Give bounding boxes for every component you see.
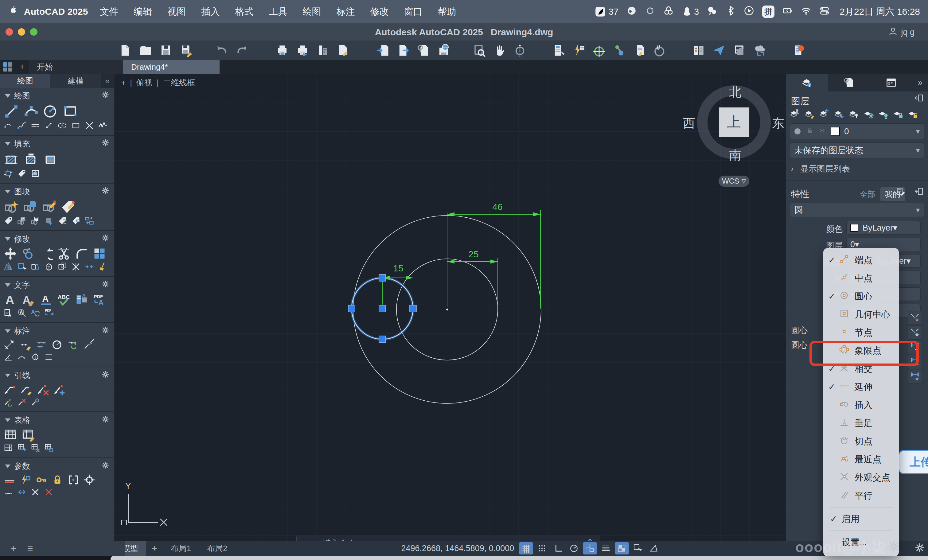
osnap-item-端点[interactable]: ✓端点 (823, 251, 899, 269)
a-sync-tool[interactable]: A (31, 308, 40, 317)
menu-4[interactable]: 格式 (235, 6, 253, 18)
undo-button[interactable] (215, 43, 229, 57)
table-edit-tool[interactable] (21, 428, 35, 441)
layer-brush-button[interactable] (804, 108, 815, 121)
multiline-tool[interactable] (31, 121, 40, 130)
bluetooth-status[interactable] (725, 6, 736, 18)
count-button[interactable] (612, 43, 626, 57)
layer-freeze-button[interactable] (863, 108, 874, 121)
menu-5[interactable]: 工具 (269, 6, 287, 18)
upload-button[interactable]: 上传 (898, 450, 928, 474)
leader-x-tool[interactable] (17, 397, 26, 406)
osnap-item-切点[interactable]: 切点 (823, 432, 899, 450)
osnap-toggle[interactable] (583, 542, 597, 554)
tool-list-icon[interactable]: ≡ (27, 543, 33, 554)
osnap-item-外观交点[interactable]: 外观交点 (823, 468, 899, 487)
spline-tool[interactable] (17, 121, 26, 130)
line-tool[interactable] (4, 104, 19, 119)
zoom-window-button[interactable] (472, 43, 487, 57)
arc2-tool[interactable] (4, 121, 13, 130)
panel-settings-button[interactable] (101, 91, 109, 101)
panel-collapse-icon[interactable] (5, 464, 11, 468)
save-button[interactable] (159, 43, 173, 57)
abc-check-tool[interactable]: ABC (57, 293, 71, 307)
play-status[interactable] (744, 6, 754, 18)
xline-tool[interactable] (85, 121, 94, 130)
copy-tool[interactable] (21, 247, 35, 260)
clipboard-alert-button[interactable] (791, 43, 805, 57)
menubar-datetime[interactable]: 2月22日 周六 16:28 (839, 6, 920, 18)
join-tool[interactable] (85, 262, 94, 272)
geo-arrows-tool[interactable] (17, 488, 26, 497)
geo-x-tool[interactable] (31, 488, 40, 497)
leader2-tool[interactable] (20, 383, 32, 395)
move-tool[interactable] (4, 247, 17, 260)
orbit-button[interactable] (513, 43, 527, 57)
sync-status[interactable] (645, 6, 655, 18)
stretch-tool[interactable] (31, 262, 40, 272)
brush-tool-button[interactable] (633, 43, 647, 57)
dim-center-tool[interactable] (31, 352, 40, 362)
panel-collapse-icon[interactable] (5, 330, 11, 333)
notification-badge[interactable]: 37 (595, 6, 618, 17)
grip-0[interactable] (379, 305, 386, 312)
dim-arc-tool[interactable] (17, 352, 26, 362)
dimension-text-25[interactable]: 25 (468, 249, 478, 259)
geo-dim-tool[interactable] (4, 488, 13, 497)
hash-button[interactable]: # (653, 43, 667, 57)
menu-3[interactable]: 插入 (201, 6, 220, 18)
palette-overflow-button[interactable]: » (912, 74, 928, 92)
tool-sets-tab-绘图[interactable]: 绘图 (0, 74, 50, 88)
block-sync-tool[interactable] (58, 216, 67, 225)
text-A-tool[interactable]: A (4, 293, 17, 307)
drawing-canvas[interactable]: + | 俯视 | 二维线框 上 北 南 西 东 WCS▽ 462515Y >_ … (114, 74, 786, 541)
dim-break-tool[interactable] (84, 339, 95, 351)
send-button[interactable] (712, 43, 726, 57)
layer-lock-button[interactable] (892, 108, 904, 121)
leader-add-tool[interactable] (53, 383, 66, 395)
dim-baseline-tool[interactable] (36, 339, 47, 351)
geo-key-tool[interactable] (36, 474, 47, 486)
layer-unlock-button[interactable] (907, 108, 918, 121)
layout-tab-布局1[interactable]: 布局1 (163, 541, 199, 556)
geo-aim-tool[interactable] (84, 474, 95, 486)
menu-2[interactable]: 视图 (167, 6, 186, 18)
dim-radius-tool[interactable] (52, 339, 63, 351)
penguin-status[interactable]: 3 (682, 6, 699, 17)
find-a-tool[interactable]: A (17, 308, 26, 317)
osnap-item-最近点[interactable]: 最近点 (823, 450, 899, 468)
polar-toggle[interactable] (567, 542, 581, 554)
page-setup-button[interactable] (336, 43, 350, 57)
geo-brackets-tool[interactable] (67, 474, 79, 486)
block-table-tool[interactable] (17, 216, 26, 225)
dim-space-tool[interactable] (44, 352, 53, 362)
open-button[interactable] (139, 43, 153, 57)
tool-sets-tab-建模[interactable]: 建模 (50, 74, 101, 88)
fillet-tool[interactable] (75, 247, 89, 260)
panel-collapse-icon[interactable] (5, 94, 11, 98)
osnap-item-中点[interactable]: 中点 (823, 269, 899, 287)
panel-settings-button[interactable] (101, 326, 109, 336)
cloud-app-status[interactable] (626, 6, 637, 18)
panel-settings-button[interactable] (101, 415, 109, 425)
table-row-tool[interactable] (4, 443, 13, 453)
wifi-status[interactable] (801, 6, 811, 18)
table-ins-tool[interactable] (17, 443, 26, 453)
palette-tab-sheet[interactable] (870, 74, 912, 92)
props-button[interactable] (551, 43, 566, 57)
cloud-sync-button[interactable] (752, 43, 766, 57)
lineweight-toggle[interactable] (599, 542, 613, 554)
tag-edit-tool[interactable] (61, 200, 76, 214)
grid-toggle[interactable] (519, 542, 533, 554)
battery-status[interactable] (783, 6, 793, 18)
show-layer-list[interactable]: › 显示图层列表 (791, 163, 850, 174)
control-center-status[interactable] (819, 6, 830, 18)
snap-toggle[interactable] (535, 542, 549, 554)
block-page-tool[interactable] (23, 200, 37, 214)
geo-flash-tool[interactable] (20, 474, 31, 486)
pdf-wrench-tool[interactable]: PDF (44, 308, 53, 317)
attach-button[interactable] (417, 43, 430, 57)
select-add-tool[interactable] (17, 262, 26, 272)
palette-tab-attach[interactable] (828, 74, 870, 92)
menu-10[interactable]: 帮助 (438, 6, 456, 18)
